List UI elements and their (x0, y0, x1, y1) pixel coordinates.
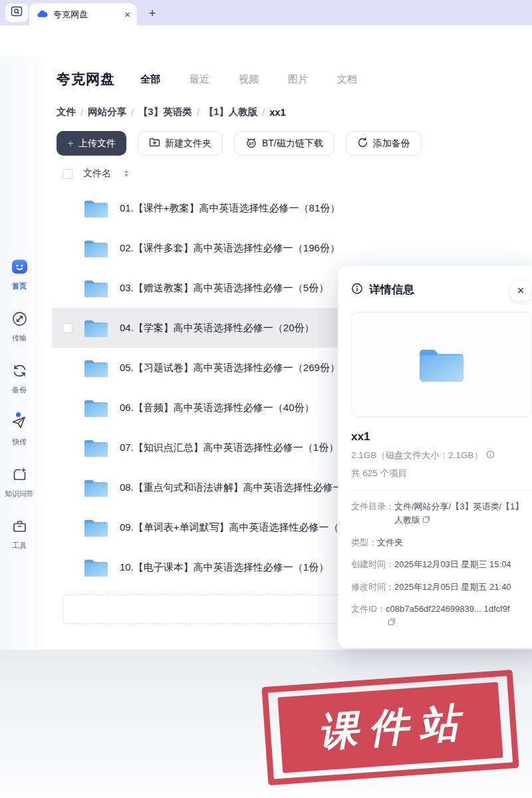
sidebar-label: 传输 (12, 333, 27, 343)
details-field-label: 类型： (351, 536, 377, 549)
row-checkbox[interactable] (63, 323, 72, 333)
details-field-label: 修改时间： (351, 581, 394, 594)
sidebar-label: 备份 (12, 385, 27, 395)
details-field-value: 文件夹 (377, 536, 510, 549)
details-field-value: 文件/网站分享/【3】英语类/【1】人教版 (394, 500, 527, 527)
file-row[interactable]: 02.【课件多套】高中英语选择性必修一（196份） (52, 228, 505, 268)
toolbox-icon (11, 518, 28, 537)
bt-download-label: BT/磁力链下载 (262, 138, 323, 150)
sidebar-item-backup[interactable]: 备份 (11, 362, 28, 395)
details-size: 2.1GB（磁盘文件大小：2.1GB） (351, 450, 483, 462)
breadcrumb: 文件 / 网站分享 / 【3】英语类 / 【1】人教版 / xx1 (57, 106, 285, 118)
sidebar-item-fast-transfer[interactable]: 快传 (11, 414, 28, 447)
breadcrumb-separator: / (197, 107, 200, 118)
details-field-label: 文件目录： (351, 500, 394, 527)
details-close-button[interactable]: × (511, 281, 531, 301)
upload-file-button[interactable]: + 上传文件 (57, 131, 126, 156)
details-field-label: 文件ID： (351, 602, 386, 630)
new-tab-button[interactable]: + (144, 5, 161, 22)
new-folder-label: 新建文件夹 (165, 138, 211, 150)
browser-tab-bar: 夸克网盘 × + (0, 0, 532, 25)
folder-icon (83, 437, 109, 459)
folder-icon (83, 198, 109, 219)
sort-icon[interactable] (124, 170, 128, 177)
breadcrumb-item[interactable]: 【3】英语类 (138, 106, 192, 118)
tab-video[interactable]: 视频 (239, 73, 259, 86)
tab-doc[interactable]: 文档 (337, 73, 357, 86)
sidebar-item-home[interactable]: 首页 (11, 258, 29, 291)
breadcrumb-item[interactable]: 网站分享 (88, 106, 126, 118)
details-panel: 详情信息 × xx1 2.1GB（磁盘文件大小：2.1GB） 共 625 个项目… (338, 266, 532, 648)
stamp-inner: 课件站 (277, 682, 503, 773)
folder-icon (83, 477, 109, 499)
details-field-value: 2025年12月05日 星期五 21:40 (394, 581, 527, 594)
bt-icon: BT (245, 137, 257, 150)
browser-toolbar: ← → (0, 25, 532, 56)
tab-recent[interactable]: 最近 (190, 73, 209, 86)
backup-sync-icon (11, 362, 28, 382)
folder-plus-icon (149, 137, 160, 150)
sidebar-label: 首页 (12, 281, 27, 291)
file-preview-box (351, 312, 532, 417)
divider (351, 490, 532, 491)
sidebar-label: 知识问答 (5, 489, 34, 499)
details-field-value: 2025年12月03日 星期三 15:04 (394, 558, 527, 571)
browser-tab-quark[interactable]: 夸克网盘 × (29, 3, 137, 25)
plus-icon: + (67, 137, 74, 150)
details-field-label: 创建时间： (351, 558, 394, 571)
add-backup-label: 添加备份 (373, 138, 410, 150)
add-backup-button[interactable]: 添加备份 (346, 131, 422, 156)
folder-icon (83, 397, 109, 419)
knowledge-icon (11, 466, 28, 485)
copy-icon[interactable] (388, 616, 396, 630)
breadcrumb-item[interactable]: 文件 (57, 106, 76, 118)
tab-title: 夸克网盘 (53, 9, 119, 21)
tab-search-button[interactable] (5, 3, 28, 22)
details-file-name: xx1 (351, 430, 532, 444)
transfer-icon (11, 311, 28, 330)
size-info-icon (486, 450, 495, 461)
details-field-value: c08b7a56df224699839... 1dfcf9f (386, 602, 519, 630)
folder-icon (83, 277, 109, 299)
folder-icon (83, 317, 109, 339)
tab-image[interactable]: 图片 (288, 73, 308, 86)
sidebar-item-knowledge-qa[interactable]: 知识问答 (5, 466, 34, 499)
breadcrumb-separator: / (131, 107, 134, 118)
details-title: 详情信息 (369, 282, 414, 297)
sidebar-label: 快传 (12, 437, 27, 447)
folder-icon (83, 357, 109, 379)
breadcrumb-current: xx1 (269, 107, 285, 118)
breadcrumb-separator: / (262, 107, 265, 118)
folder-icon (83, 557, 109, 579)
folder-icon-large (416, 344, 467, 385)
sidebar-item-transfer[interactable]: 传输 (11, 311, 28, 343)
breadcrumb-item[interactable]: 【1】人教版 (204, 106, 258, 118)
upload-file-label: 上传文件 (78, 138, 116, 150)
home-icon (11, 258, 29, 278)
stamp-text: 课件站 (309, 695, 471, 759)
sidebar-label: 工具 (12, 541, 27, 551)
folder-icon (83, 517, 109, 539)
tab-all[interactable]: 全部 (140, 73, 160, 86)
folder-icon (83, 237, 109, 259)
backup-circle-icon (357, 137, 368, 150)
new-folder-button[interactable]: 新建文件夹 (138, 131, 223, 156)
paper-plane-icon (11, 414, 28, 434)
details-item-count: 共 625 个项目 (351, 467, 532, 479)
tab-close-icon[interactable]: × (124, 9, 130, 19)
file-row[interactable]: 01.【课件+教案】高中英语选择性必修一（81份） (52, 188, 505, 228)
info-icon (351, 283, 363, 297)
select-all-checkbox[interactable] (63, 169, 72, 179)
bt-magnet-download-button[interactable]: BT BT/磁力链下载 (234, 131, 334, 156)
tab-search-icon (11, 6, 23, 19)
svg-text:BT: BT (249, 142, 254, 146)
breadcrumb-separator: / (80, 107, 83, 118)
page-title: 夸克网盘 (57, 70, 115, 88)
sidebar-item-tools[interactable]: 工具 (11, 518, 28, 551)
kejianzhan-stamp-watermark: 课件站 (261, 670, 519, 785)
goto-folder-icon[interactable] (422, 514, 430, 527)
notification-badge (16, 412, 21, 417)
category-tabs: 全部 最近 视频 图片 文档 (140, 73, 357, 86)
quark-logo-icon (36, 7, 48, 22)
filename-column-header[interactable]: 文件名 (83, 168, 111, 180)
